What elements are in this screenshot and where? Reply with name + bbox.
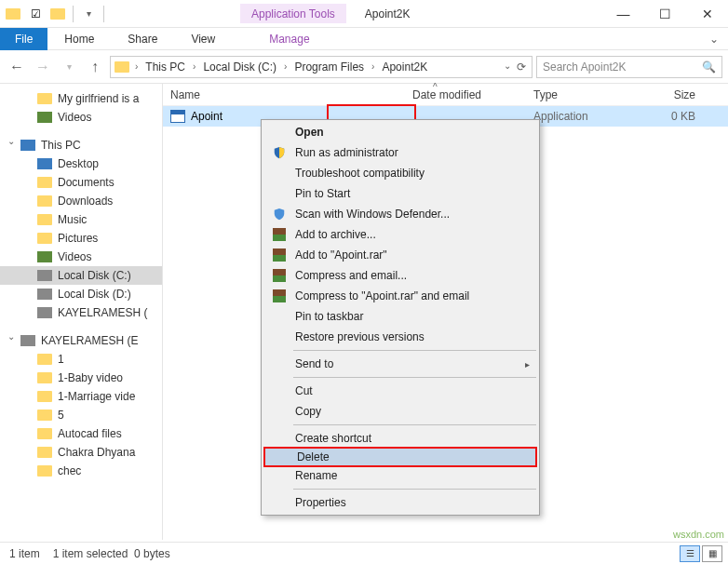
title-bar: ☑ ▾ Application Tools Apoint2K — ☐ ✕ bbox=[0, 0, 728, 28]
column-name[interactable]: Name bbox=[163, 88, 405, 101]
address-bar[interactable]: › This PC › Local Disk (C:) › Program Fi… bbox=[110, 56, 533, 78]
tab-view[interactable]: View bbox=[174, 29, 232, 49]
quick-access-toolbar: ☑ ▾ bbox=[0, 5, 110, 23]
menu-compress-email[interactable]: Compress and email... bbox=[263, 265, 537, 286]
menu-send-to[interactable]: Send to▸ bbox=[263, 354, 537, 374]
chevron-down-icon[interactable]: ⌄ bbox=[7, 331, 15, 342]
breadcrumb-segment[interactable]: This PC bbox=[142, 60, 189, 74]
view-details-button[interactable]: ☰ bbox=[680, 545, 700, 562]
menu-troubleshoot[interactable]: Troubleshoot compatibility bbox=[263, 163, 537, 183]
menu-run-as-admin[interactable]: Run as administrator bbox=[263, 142, 537, 163]
file-tab[interactable]: File bbox=[0, 28, 47, 50]
tree-label: This PC bbox=[41, 139, 81, 152]
menu-pin-start[interactable]: Pin to Start bbox=[263, 183, 537, 204]
file-size-cell: 0 KB bbox=[638, 110, 703, 123]
tree-item[interactable]: 5 bbox=[0, 406, 162, 424]
maximize-button[interactable]: ☐ bbox=[644, 1, 686, 27]
tree-label: KAYELRAMESH (E bbox=[41, 334, 138, 347]
navigation-tree[interactable]: My girlfriend is a Videos ⌄This PC Deskt… bbox=[0, 84, 163, 540]
column-headers: ^ Name Date modified Type Size bbox=[163, 84, 728, 106]
tree-item-external[interactable]: KAYELRAMESH (E bbox=[0, 331, 162, 350]
menu-rename[interactable]: Rename bbox=[263, 465, 537, 486]
tree-item[interactable]: Videos bbox=[0, 108, 162, 127]
expand-ribbon-icon[interactable]: ⌄ bbox=[709, 33, 728, 46]
video-icon bbox=[37, 112, 52, 123]
tree-item[interactable]: Documents bbox=[0, 173, 162, 192]
archive-icon bbox=[271, 289, 288, 303]
column-size[interactable]: Size bbox=[638, 88, 703, 101]
contextual-tab[interactable]: Application Tools bbox=[240, 4, 346, 23]
pc-icon bbox=[20, 140, 35, 151]
defender-icon bbox=[271, 207, 288, 222]
tab-share[interactable]: Share bbox=[111, 29, 174, 49]
breadcrumb-segment[interactable]: Program Files bbox=[290, 60, 368, 74]
menu-compress-rar-email[interactable]: Compress to "Apoint.rar" and email bbox=[263, 286, 537, 306]
tree-item[interactable]: Chakra Dhyana bbox=[0, 443, 162, 462]
folder-icon bbox=[37, 447, 52, 458]
tree-item[interactable]: 1-Baby video bbox=[0, 369, 162, 387]
menu-cut[interactable]: Cut bbox=[263, 381, 537, 401]
tree-item[interactable]: KAYELRAMESH ( bbox=[0, 303, 162, 322]
menu-create-shortcut[interactable]: Create shortcut bbox=[263, 428, 537, 449]
chevron-right-icon[interactable]: › bbox=[282, 61, 289, 72]
close-button[interactable]: ✕ bbox=[686, 1, 728, 27]
customize-qat-icon[interactable]: ▾ bbox=[79, 5, 98, 23]
search-icon[interactable]: 🔍 bbox=[702, 60, 716, 74]
drive-icon bbox=[37, 307, 52, 318]
chevron-right-icon[interactable]: › bbox=[133, 61, 140, 72]
view-thumbnails-button[interactable]: ▦ bbox=[702, 545, 722, 562]
tree-item[interactable]: 1-Marriage vide bbox=[0, 387, 162, 406]
tab-manage[interactable]: Manage bbox=[252, 29, 326, 49]
tree-item-local-c[interactable]: Local Disk (C:) bbox=[0, 266, 162, 285]
menu-pin-taskbar[interactable]: Pin to taskbar bbox=[263, 306, 537, 327]
menu-add-archive[interactable]: Add to archive... bbox=[263, 224, 537, 245]
breadcrumb-segment[interactable]: Apoint2K bbox=[378, 60, 431, 74]
tree-item[interactable]: Desktop bbox=[0, 154, 162, 173]
separator bbox=[103, 6, 104, 22]
menu-add-rar[interactable]: Add to "Apoint.rar" bbox=[263, 245, 537, 265]
column-date[interactable]: Date modified bbox=[405, 88, 526, 101]
tree-item[interactable]: Videos bbox=[0, 248, 162, 266]
tree-item[interactable]: Local Disk (D:) bbox=[0, 285, 162, 303]
menu-copy[interactable]: Copy bbox=[263, 401, 537, 422]
search-box[interactable]: 🔍 bbox=[536, 56, 722, 78]
menu-open[interactable]: Open bbox=[263, 122, 537, 142]
chevron-right-icon[interactable]: › bbox=[370, 61, 376, 72]
tree-label: 1 bbox=[58, 353, 64, 366]
qat-folder-icon[interactable] bbox=[48, 5, 67, 23]
tree-item[interactable]: My girlfriend is a bbox=[0, 89, 162, 108]
tree-item[interactable]: Autocad files bbox=[0, 424, 162, 443]
tree-item[interactable]: Music bbox=[0, 210, 162, 229]
tree-item[interactable]: Downloads bbox=[0, 192, 162, 210]
tab-home[interactable]: Home bbox=[47, 29, 111, 49]
context-menu: Open Run as administrator Troubleshoot c… bbox=[261, 119, 540, 516]
menu-restore[interactable]: Restore previous versions bbox=[263, 327, 537, 347]
menu-defender[interactable]: Scan with Windows Defender... bbox=[263, 204, 537, 224]
breadcrumb-segment[interactable]: Local Disk (C:) bbox=[199, 60, 280, 74]
folder-icon bbox=[37, 410, 52, 421]
search-input[interactable] bbox=[543, 60, 702, 74]
menu-properties[interactable]: Properties bbox=[263, 492, 537, 513]
chevron-down-icon[interactable]: ⌄ bbox=[7, 136, 15, 146]
tree-item[interactable]: chec bbox=[0, 462, 162, 480]
ribbon: File Home Share View Manage ⌄ bbox=[0, 28, 728, 50]
chevron-right-icon[interactable]: › bbox=[191, 61, 197, 72]
recent-locations-button[interactable]: ▾ bbox=[58, 56, 80, 78]
up-button[interactable]: ↑ bbox=[84, 56, 106, 78]
minimize-button[interactable]: — bbox=[602, 1, 644, 27]
properties-icon[interactable]: ☑ bbox=[26, 5, 45, 23]
archive-icon bbox=[271, 227, 288, 242]
menu-delete[interactable]: Delete bbox=[263, 447, 537, 467]
dropdown-icon[interactable]: ⌄ bbox=[504, 60, 511, 74]
tree-item[interactable]: 1 bbox=[0, 350, 162, 369]
application-icon bbox=[170, 110, 185, 123]
column-type[interactable]: Type bbox=[526, 88, 638, 101]
tree-item-thispc[interactable]: This PC bbox=[0, 136, 162, 154]
forward-button[interactable]: → bbox=[32, 56, 54, 78]
tree-label: Documents bbox=[58, 176, 115, 189]
refresh-icon[interactable]: ⟳ bbox=[517, 60, 526, 74]
archive-icon bbox=[271, 248, 288, 262]
tree-item[interactable]: Pictures bbox=[0, 229, 162, 248]
window-controls: — ☐ ✕ bbox=[602, 1, 728, 27]
back-button[interactable]: ← bbox=[6, 56, 28, 78]
